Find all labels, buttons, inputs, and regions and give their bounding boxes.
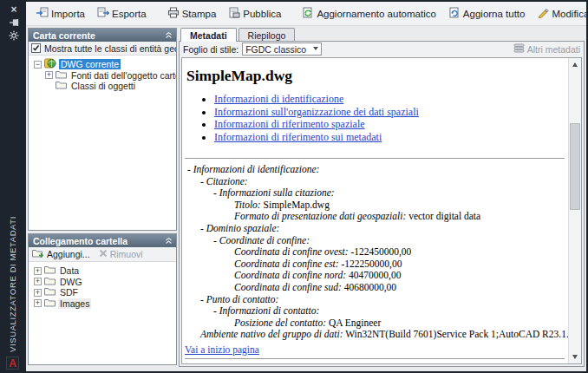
toc-item: Informazioni sull'organizzazione dei dat… [214,106,565,119]
metadata-line: - Dominio spaziale: [185,223,565,235]
tree-item-classi-oggetti[interactable]: Classi di oggetti [34,81,174,92]
publish-button[interactable]: Pubblica [223,4,286,23]
folder-icon [44,298,56,309]
layers-icon [513,43,525,55]
other-metadata-button-label: Altri metadati [527,44,580,55]
palette-title-strip: × VISUALIZZATORE DI METADATI A [2,2,26,371]
folder-connect-panel-header[interactable]: Collegamento cartella [29,234,176,247]
metadata-field-label: Coordinata di confine ovest: [234,246,349,257]
metadata-line: - Informazioni sull'organizzazione dei d… [185,363,565,363]
folder-tree-item-label[interactable]: Data [58,265,81,276]
current-map-tree: DWG corrente Fonti dati dell'oggetto car… [29,56,176,92]
show-all-feature-classes-checkbox[interactable] [31,43,41,53]
folder-icon [44,287,56,298]
expand-expander-icon[interactable] [45,71,53,79]
style-sheet-label: Foglio di stile: [183,44,238,55]
metadata-line: - Informazioni di identificazione: [185,164,565,176]
export-button-label: Esporta [112,9,147,19]
metadata-field-label: - Informazioni di identificazione: [187,164,319,174]
collapse-expander-icon[interactable] [34,61,42,69]
metadata-line: Coordinata di confine nord: 40470000,00 [185,270,565,282]
scrollbar-thumb[interactable] [570,123,580,210]
close-icon[interactable]: × [2,3,26,16]
folder-connect-panel-title: Collegamento cartella [33,236,127,246]
refresh-all-icon [448,7,461,20]
tab-metadati[interactable]: Metadati [180,28,237,42]
divider [185,358,565,360]
toc-link[interactable]: Informazioni di riferimento sui metadati [214,131,382,143]
folder-icon [44,265,56,276]
identification-section: - Informazioni di identificazione: - Cit… [185,164,565,341]
other-metadata-button[interactable]: Altri metadati [513,43,580,55]
tree-item-label[interactable]: Fonti dati dell'oggetto cartografico [69,70,176,81]
folder-tree-item-label[interactable]: DWG [58,277,84,287]
publish-button-label: Pubblica [243,9,281,19]
metadata-line: Ambiente nativo del gruppo di dati: Win3… [185,329,565,341]
folder-tree-item-label[interactable]: SDF [58,287,80,298]
tree-item-label[interactable]: DWG corrente [59,59,121,69]
metadata-field-label: - Punto di contatto: [200,294,278,304]
metadata-field-label: - Informazioni di contatto: [213,305,319,316]
export-button[interactable]: Esporta [92,4,152,23]
chevron-down-icon [313,47,318,50]
toc-link[interactable]: Informazioni di riferimento spaziale [214,118,365,130]
folder-tree-item-label[interactable]: Images [58,298,91,309]
tree-item-label[interactable]: Classi di oggetti [69,81,137,91]
metadata-line: - Punto di contatto: [185,294,565,306]
publish-icon [228,7,240,20]
gear-icon[interactable] [2,29,26,44]
metadata-line: Formato di presentazione dati geospazial… [185,211,565,223]
auto-refresh-button-label: Aggiornamento automatico [317,9,435,19]
expand-expander-icon[interactable] [34,278,42,285]
add-folder-icon [32,249,44,260]
vertical-scrollbar[interactable] [568,58,581,363]
toc-link[interactable]: Informazioni sull'organizzazione dei dat… [214,106,419,118]
auto-refresh-button[interactable]: Aggiornamento automatico [297,4,441,23]
folder-icon [44,277,56,287]
document-title: SimpleMap.dwg [186,67,565,85]
toc-link[interactable]: Informazioni di identificazione [214,93,343,105]
scroll-up-arrow[interactable] [569,58,582,71]
remove-folder-button[interactable]: Rimuovi [99,249,143,259]
folder-tree-item[interactable]: Data [34,265,174,277]
metadata-field-label: - Dominio spaziale: [200,223,279,233]
scroll-down-arrow[interactable] [569,350,582,363]
tab-riepilogo[interactable]: Riepilogo [238,28,296,41]
current-map-panel-title: Carta corrente [33,30,95,41]
spatial-organization-section: - Informazioni sull'organizzazione dei d… [185,363,565,363]
metadata-field-value: 40680000,00 [342,282,396,292]
metadata-line: Coordinata di confine ovest: -122450000,… [185,246,565,258]
metadata-viewer-palette: × VISUALIZZATORE DI METADATI A Importa E… [0,0,588,373]
import-button-label: Importa [51,9,85,19]
folder-tree-item[interactable]: DWG [34,277,174,288]
expand-expander-icon[interactable] [34,289,42,297]
tree-item-dwg-corrente[interactable]: DWG corrente [34,59,174,70]
folder-icon [56,70,67,81]
metadata-field-label: Coordinata di confine est: [234,258,339,269]
metadata-line: Coordinata di confine est: -122250000,00 [185,258,565,271]
tree-item-fonti-dati[interactable]: Fonti dati dell'oggetto cartografico [34,70,174,82]
expand-expander-icon[interactable] [34,267,42,275]
add-folder-button-label: Aggiungi... [47,249,90,259]
add-folder-button[interactable]: Aggiungi... [32,249,90,260]
metadata-line: Coordinata di confine sud: 40680000,00 [185,282,565,294]
expand-expander-icon[interactable] [34,299,42,307]
metadata-field-value: -122250000,00 [339,258,402,269]
current-map-panel-header[interactable]: Carta corrente [29,29,176,42]
print-button[interactable]: Stampa [162,4,222,23]
style-sheet-selected-value: FGDC classico [245,44,306,55]
metadata-field-label: Formato di presentazione dati geospazial… [234,211,406,221]
metadata-field-label: Posizione del contatto: [234,317,326,328]
style-sheet-select[interactable]: FGDC classico [242,43,322,56]
collapse-chevron-icon[interactable] [165,30,173,41]
print-button-label: Stampa [182,9,217,19]
back-to-top-link[interactable]: Vai a inizio pagina [185,344,259,356]
metadata-field-label: - Coordinate di confine: [213,235,310,245]
import-button[interactable]: Importa [31,4,90,23]
folder-tree-item[interactable]: SDF [34,287,174,298]
collapse-chevron-icon[interactable] [165,236,173,246]
metadata-field-label: Coordinata di confine sud: [234,282,342,292]
folder-tree-item[interactable]: Images [34,298,174,310]
edit-button[interactable]: Modifica [532,4,588,23]
refresh-all-button[interactable]: Aggiorna tutto [443,4,531,23]
